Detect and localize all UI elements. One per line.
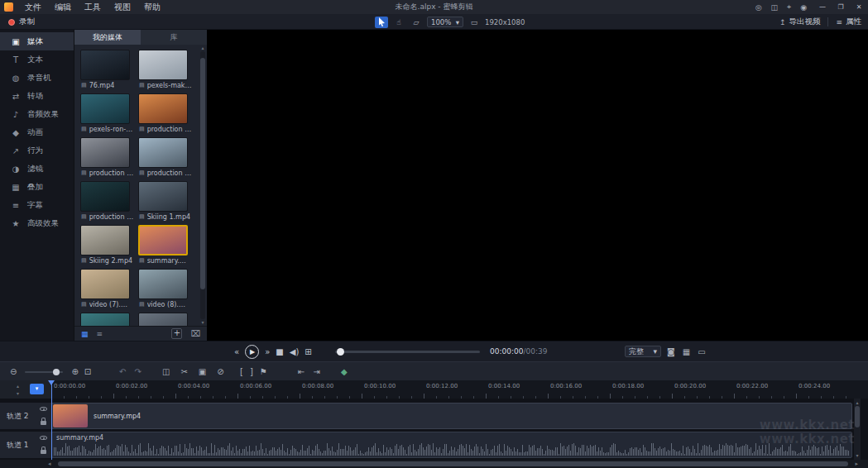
split-button[interactable]: ◫ — [162, 367, 170, 376]
video-clip[interactable]: summary.mp4 — [51, 403, 852, 429]
media-scrollbar-thumb[interactable] — [200, 58, 205, 289]
media-item[interactable]: ▤ 76.mp4 — [80, 50, 137, 90]
hscrollbar-thumb[interactable] — [58, 461, 848, 466]
select-tool-button[interactable] — [375, 17, 388, 28]
playhead-flag-button[interactable]: ▾ — [30, 384, 44, 394]
seek-knob[interactable] — [337, 348, 344, 356]
tracks-scrollbar[interactable]: ▴ ▾ — [854, 399, 861, 460]
volume-button[interactable]: ◀) — [290, 347, 300, 356]
sidebar-item-10[interactable]: ★ 高级效果 — [0, 214, 74, 232]
media-item[interactable]: ▤ summary.mp4 — [138, 225, 194, 265]
timeline-ruler[interactable]: ▴▾ ▾ 0:00:00.000:00:02.000:00:04.000:00:… — [0, 380, 868, 399]
menu-item-0[interactable]: 文件 — [18, 0, 48, 14]
lock-icon[interactable] — [41, 421, 46, 425]
media-thumbnail[interactable] — [80, 313, 130, 326]
tab-my-media[interactable]: 我的媒体 — [74, 30, 141, 45]
sidebar-item-0[interactable]: ▣ 媒体 — [0, 32, 74, 50]
eye-icon[interactable] — [40, 407, 47, 411]
timeline-hscrollbar[interactable]: ◂ ▸ — [0, 460, 868, 468]
lock-icon[interactable] — [41, 450, 46, 454]
media-item[interactable]: ▤ video (7).mp4 — [80, 269, 137, 309]
tab-library[interactable]: 库 — [141, 30, 207, 45]
mark-in-button[interactable]: [ — [240, 367, 243, 376]
preview-quality-select[interactable]: 完整 ▾ — [625, 346, 661, 357]
mark-out-button[interactable]: ] — [250, 367, 253, 376]
media-thumbnail[interactable] — [138, 93, 188, 124]
timeline-zoom-slider[interactable] — [25, 371, 63, 373]
eye-icon[interactable]: ◉ — [800, 3, 807, 12]
scissors-button[interactable]: ✂ — [180, 367, 187, 376]
sidebar-item-5[interactable]: ◆ 动画 — [0, 123, 74, 141]
pan-tool-button[interactable]: ☝ — [392, 17, 405, 28]
sidebar-item-8[interactable]: ▦ 叠加 — [0, 178, 74, 196]
jump-end-button[interactable]: ⇥ — [313, 367, 319, 376]
save-icon[interactable]: ◫ — [771, 3, 779, 12]
fullscreen-button[interactable]: ⊞ — [305, 347, 311, 356]
export-video-button[interactable]: ↥ 导出视频 — [779, 17, 821, 27]
tracks-scrollbar-thumb[interactable] — [855, 406, 860, 427]
media-thumbnail[interactable] — [138, 137, 188, 168]
media-item[interactable]: ▤ pexels-maksim-... — [138, 50, 194, 90]
playhead-line[interactable] — [51, 380, 52, 460]
skip-forward-button[interactable]: » — [265, 347, 270, 356]
media-thumbnail[interactable] — [138, 50, 188, 80]
crop-tool-button[interactable]: ▱ — [410, 17, 423, 28]
menu-item-3[interactable]: 视图 — [108, 0, 137, 14]
scroll-up-icon[interactable]: ▴ — [199, 45, 206, 50]
eye-icon[interactable] — [40, 436, 47, 440]
zoom-out-icon[interactable]: ⊖ — [10, 367, 17, 376]
media-thumbnail[interactable] — [138, 269, 188, 299]
media-item[interactable]: ▤ production ID_... — [80, 181, 137, 222]
sidebar-item-6[interactable]: ↗ 行为 — [0, 141, 74, 160]
track-scroll-arrows[interactable]: ▴▾ — [17, 382, 19, 397]
trash-icon[interactable]: ⌧ — [190, 329, 200, 338]
fit-timeline-icon[interactable]: ⊡ — [84, 367, 91, 376]
menu-item-2[interactable]: 工具 — [78, 0, 108, 14]
sidebar-item-1[interactable]: T 文本 — [0, 50, 74, 69]
zoom-select[interactable]: 100% ▾ — [427, 17, 463, 27]
add-media-button[interactable]: + — [171, 328, 182, 339]
media-item[interactable]: ▤ Skiing 2.mp4 — [80, 225, 137, 265]
maximize-button[interactable]: ❐ — [832, 0, 850, 14]
media-item[interactable]: ▤ — [138, 313, 194, 326]
sidebar-item-2[interactable]: ◍ 录音机 — [0, 69, 74, 87]
menu-item-1[interactable]: 编辑 — [48, 0, 78, 14]
media-thumbnail[interactable] — [80, 50, 130, 80]
pin-icon[interactable]: ◎ — [755, 3, 762, 12]
sidebar-item-3[interactable]: ⇄ 转场 — [0, 87, 74, 105]
sidebar-item-7[interactable]: ◑ 滤镜 — [0, 160, 74, 178]
jump-start-button[interactable]: ⇤ — [298, 367, 305, 376]
record-button[interactable]: 录制 — [8, 14, 35, 30]
media-item[interactable]: ▤ production ID_... — [80, 137, 137, 178]
track-2-header[interactable]: 轨道 2 — [0, 403, 51, 429]
media-thumbnail[interactable] — [80, 137, 130, 168]
media-scrollbar[interactable] — [200, 51, 205, 319]
play-button[interactable]: ▶ — [245, 345, 259, 359]
media-thumbnail[interactable] — [138, 313, 188, 326]
sidebar-item-4[interactable]: ♪ 音频效果 — [0, 105, 74, 123]
media-item[interactable]: ▤ pexels-ron-lach... — [80, 93, 137, 134]
media-item[interactable]: ▤ video (8).mp4 — [138, 269, 194, 309]
scroll-left-icon[interactable]: ◂ — [48, 460, 51, 468]
detach-preview-button[interactable]: ▭ — [698, 347, 705, 356]
quiz-shield-button[interactable]: ◆ — [341, 367, 348, 376]
skip-back-button[interactable]: « — [234, 347, 239, 356]
scroll-down-icon[interactable]: ▾ — [854, 452, 861, 459]
zoom-slider-knob[interactable] — [53, 369, 60, 375]
properties-button[interactable]: ≡ 属性 — [836, 17, 861, 27]
stop-button[interactable]: ■ — [276, 347, 283, 356]
track-1-header[interactable]: 轨道 1 — [0, 432, 51, 458]
minimize-button[interactable]: — — [813, 0, 832, 14]
seek-slider[interactable] — [335, 351, 480, 353]
playhead-handle[interactable] — [48, 380, 55, 385]
media-item[interactable]: ▤ production ID_... — [138, 93, 194, 134]
redo-button[interactable]: ↷ — [134, 367, 141, 376]
picture-button[interactable]: ▦ — [683, 347, 690, 356]
marker-flag-button[interactable]: ⚑ — [260, 367, 267, 376]
media-item[interactable]: ▤ production ID_... — [138, 137, 194, 178]
media-thumbnail[interactable] — [80, 269, 130, 299]
list-view-button[interactable]: ≡ — [97, 330, 103, 338]
audio-clip[interactable]: summary.mp4 — [51, 432, 852, 458]
media-thumbnail[interactable] — [138, 225, 188, 255]
scroll-up-icon[interactable]: ▴ — [854, 399, 861, 406]
